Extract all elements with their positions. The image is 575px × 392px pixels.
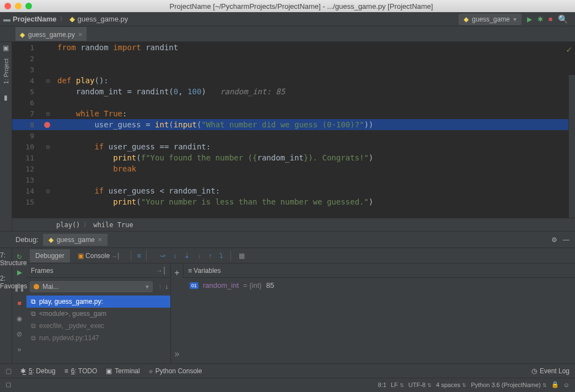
- code-text[interactable]: from random import randint: [55, 43, 178, 52]
- breadcrumb-file[interactable]: ◆ guess_game.py: [69, 15, 128, 23]
- rerun-button[interactable]: ↻: [14, 251, 25, 262]
- code-line[interactable]: 9: [12, 130, 575, 141]
- more-actions-button[interactable]: »: [14, 344, 25, 355]
- line-number[interactable]: 5: [12, 88, 39, 96]
- code-text[interactable]: print(f"You found the number ({random_in…: [55, 153, 373, 162]
- code-line[interactable]: 3: [12, 64, 575, 75]
- code-line[interactable]: 6: [12, 97, 575, 108]
- stack-frame[interactable]: ⧉play, guess_game.py:: [26, 296, 170, 308]
- run-button[interactable]: ▶: [527, 15, 532, 23]
- code-text[interactable]: user_guess = int(input("What number did …: [55, 120, 373, 129]
- close-tab-button[interactable]: ×: [78, 30, 83, 39]
- code-line[interactable]: 4⊟def play():: [12, 75, 575, 86]
- project-tool-icon[interactable]: ▣: [3, 44, 9, 52]
- debug-button[interactable]: ✱: [538, 15, 543, 23]
- code-text[interactable]: break: [55, 164, 136, 173]
- fold-icon[interactable]: ⊟: [46, 78, 50, 84]
- inspector-icon[interactable]: ☺: [563, 382, 569, 388]
- code-editor[interactable]: 1from random import randint234⊟def play(…: [12, 42, 575, 231]
- line-number[interactable]: 12: [12, 165, 39, 173]
- code-text[interactable]: def play():: [55, 76, 109, 85]
- stop-debug-button[interactable]: ■: [14, 298, 25, 309]
- crumb-scope-1[interactable]: play(): [56, 221, 80, 229]
- debug-settings-button[interactable]: ⚙: [551, 236, 557, 244]
- line-number[interactable]: 6: [12, 99, 39, 107]
- code-text[interactable]: random_int = randint(0, 100) random_int:…: [55, 87, 285, 96]
- stack-frame[interactable]: ⧉<module>, guess_gam: [26, 308, 170, 320]
- code-line[interactable]: 15 print("Your number is less than the n…: [12, 196, 575, 207]
- project-tool-button[interactable]: 1: Project: [3, 58, 9, 84]
- gutter[interactable]: [39, 122, 55, 128]
- line-separator[interactable]: LF ⇅: [391, 382, 404, 388]
- show-exec-point-button[interactable]: ≡: [137, 252, 141, 260]
- code-text[interactable]: if user_guess < random_int:: [55, 186, 220, 195]
- code-line[interactable]: 11 print(f"You found the number ({random…: [12, 152, 575, 163]
- line-number[interactable]: 3: [12, 66, 39, 74]
- line-number[interactable]: 15: [12, 198, 39, 206]
- line-number[interactable]: 2: [12, 55, 39, 63]
- crumb-scope-2[interactable]: while True: [93, 221, 133, 229]
- stack-frame[interactable]: ⧉execfile, _pydev_exec: [26, 320, 170, 332]
- code-line[interactable]: 8 user_guess = int(input("What number di…: [12, 119, 575, 130]
- minimize-panel-button[interactable]: —: [563, 236, 569, 244]
- line-number[interactable]: 13: [12, 176, 39, 184]
- debug-tool-button[interactable]: ✱̲ 5: Debug: [20, 367, 56, 375]
- line-number[interactable]: 7: [12, 110, 39, 118]
- python-interpreter[interactable]: Python 3.6 (ProjectName) ⇅: [471, 382, 547, 388]
- thread-selector[interactable]: Mai... ▾: [30, 281, 153, 292]
- close-session-button[interactable]: ×: [98, 236, 102, 244]
- step-over-button[interactable]: ⤻: [160, 252, 165, 260]
- maximize-window-button[interactable]: [25, 3, 32, 9]
- stop-button[interactable]: ■: [549, 15, 552, 23]
- file-tab-guess-game[interactable]: ◆ guess_game.py ×: [15, 27, 87, 41]
- line-number[interactable]: 11: [12, 154, 39, 162]
- stack-frame[interactable]: ⧉run, pydevd.py:1147: [26, 332, 170, 344]
- code-line[interactable]: 7⊟ while True:: [12, 108, 575, 119]
- indent-settings[interactable]: 4 spaces ⇅: [436, 382, 466, 388]
- code-line[interactable]: 2: [12, 53, 575, 64]
- next-frame-button[interactable]: ↓: [165, 283, 168, 291]
- step-into-button[interactable]: ↓: [173, 252, 176, 260]
- variable-row[interactable]: 01 random_int = {int} 85: [183, 278, 575, 293]
- force-step-into-button[interactable]: ↓: [197, 252, 201, 260]
- status-left-icon[interactable]: ▢: [6, 381, 11, 388]
- debug-session-tab[interactable]: ◆ guess_game ×: [43, 234, 108, 246]
- code-line[interactable]: 12 break: [12, 163, 575, 174]
- line-number[interactable]: 14: [12, 187, 39, 195]
- line-number[interactable]: 10: [12, 143, 39, 151]
- code-text[interactable]: if user_guess == randint:: [55, 142, 211, 151]
- view-breakpoints-button[interactable]: ◉: [14, 313, 25, 324]
- todo-tool-button[interactable]: ≡ 6: TODO: [65, 367, 98, 375]
- tool-window-list-button[interactable]: ▢: [6, 367, 12, 375]
- run-configuration-selector[interactable]: ◆ guess_game ▾: [459, 14, 522, 25]
- evaluate-expression-button[interactable]: ▦: [239, 252, 245, 260]
- fold-icon[interactable]: ⊟: [46, 144, 50, 150]
- python-console-tool-button[interactable]: ⟐ Python Console: [149, 367, 202, 375]
- add-watch-button[interactable]: +: [174, 268, 179, 278]
- line-number[interactable]: 8: [12, 121, 39, 129]
- debugger-tab[interactable]: Debugger: [30, 249, 70, 262]
- code-text[interactable]: print("Your number is less than the numb…: [55, 197, 373, 206]
- pause-button[interactable]: ❚❚: [14, 282, 25, 293]
- structure-tool-button[interactable]: 7: Structure: [0, 251, 12, 267]
- console-tab[interactable]: ▣ Console →⎮: [72, 249, 126, 262]
- caret-position[interactable]: 8:1: [378, 382, 386, 388]
- fold-icon[interactable]: ⊟: [46, 188, 50, 194]
- resume-button[interactable]: ▶: [14, 267, 25, 278]
- run-to-cursor-button[interactable]: ⤵: [219, 252, 223, 260]
- bookmark-icon[interactable]: ▮: [4, 94, 8, 101]
- code-line[interactable]: 14⊟ if user_guess < random_int:: [12, 185, 575, 196]
- close-window-button[interactable]: [4, 3, 11, 9]
- line-number[interactable]: 9: [12, 132, 39, 140]
- prev-frame-button[interactable]: ↑: [158, 283, 162, 291]
- favorites-tool-button[interactable]: 2: Favorites: [0, 275, 12, 290]
- frames-restore-layout-button[interactable]: →⎮: [156, 267, 166, 275]
- code-text[interactable]: while True:: [55, 109, 127, 118]
- breadcrumb-project[interactable]: ▬ ProjectName: [3, 15, 56, 23]
- read-only-toggle[interactable]: 🔒: [551, 381, 559, 388]
- code-line[interactable]: 13: [12, 174, 575, 185]
- step-out-button[interactable]: ↑: [208, 252, 212, 260]
- search-everywhere-button[interactable]: 🔍: [558, 14, 568, 24]
- code-line[interactable]: 5 random_int = randint(0, 100) random_in…: [12, 86, 575, 97]
- code-line[interactable]: 10⊟ if user_guess == randint:: [12, 141, 575, 152]
